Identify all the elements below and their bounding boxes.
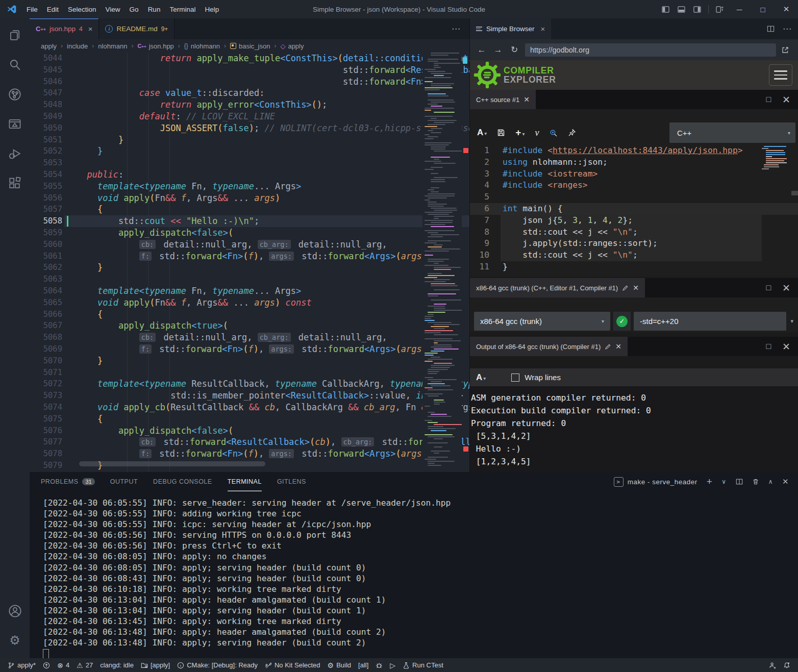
output-pane-tab[interactable]: Output of x86-64 gcc (trunk) (Compiler #… — [470, 337, 628, 356]
breadcrumb-item[interactable]: C++json.hpp — [137, 42, 173, 50]
toggle-panel-icon[interactable] — [678, 6, 685, 13]
tab-json-hpp[interactable]: C++ json.hpp 4 × — [30, 18, 99, 39]
save-icon[interactable] — [497, 129, 505, 137]
breadcrumb-item[interactable]: include — [67, 42, 88, 50]
breadcrumb-item[interactable]: ◇apply — [280, 42, 304, 50]
toggle-sidebar-icon[interactable] — [662, 6, 669, 13]
status-item-publish[interactable] — [39, 658, 54, 672]
menu-help[interactable]: Help — [200, 6, 223, 13]
close-icon[interactable]: ✕ — [523, 95, 530, 104]
menu-selection[interactable]: Selection — [63, 6, 101, 13]
vim-toggle-icon[interactable]: v — [535, 128, 539, 138]
status-item-4[interactable]: ⊗4 — [54, 658, 73, 672]
terminal-output[interactable]: [2022-04-30 06:05:55] INFO: serve_header… — [30, 491, 798, 659]
panel-tab-terminal[interactable]: TERMINAL — [228, 472, 262, 491]
language-select[interactable]: C++▾ — [669, 122, 795, 143]
maximize-pane-icon[interactable]: □ — [766, 283, 771, 292]
toggle-secondary-sidebar-icon[interactable] — [693, 6, 701, 13]
hamburger-menu-icon[interactable] — [769, 64, 792, 86]
tab-readme-md[interactable]: i README.md 9+ — [99, 18, 174, 39]
menu-terminal[interactable]: Terminal — [165, 6, 200, 13]
breadcrumb-item[interactable]: apply — [41, 42, 57, 50]
compiler-pane-tab[interactable]: x86-64 gcc (trunk) (C++, Editor #1, Comp… — [470, 278, 645, 297]
horizontal-scrollbar[interactable] — [79, 461, 265, 466]
menu-file[interactable]: File — [22, 6, 42, 13]
options-caret-icon[interactable]: ▾ — [789, 318, 794, 325]
status-item-clangd-idle[interactable]: clangd: idle — [96, 658, 137, 672]
breadcrumb[interactable]: apply›include›nlohmann›C++json.hpp›{}nlo… — [30, 39, 469, 53]
extensions-icon[interactable] — [3, 170, 27, 196]
maximize-pane-icon[interactable]: □ — [766, 95, 771, 104]
status-item-bell[interactable] — [780, 662, 794, 669]
status-item-all[interactable]: [all] — [355, 658, 372, 672]
reload-icon[interactable]: ↻ — [509, 44, 520, 55]
tab-close-icon[interactable]: × — [88, 24, 93, 33]
breadcrumb-item[interactable]: basic_json — [230, 42, 270, 50]
split-terminal-icon[interactable] — [736, 478, 743, 485]
status-item-no-kit-selected[interactable]: No Kit Selected — [261, 658, 324, 672]
tab-simple-browser[interactable]: Simple Browser × — [470, 18, 551, 39]
breadcrumb-item[interactable]: nlohmann — [98, 42, 127, 50]
compiler-select[interactable]: x86-64 gcc (trunk)▾ — [474, 312, 610, 331]
include-url-link[interactable]: https://localhost:8443/apply/json.hpp — [553, 145, 738, 155]
close-icon[interactable]: ✕ — [633, 284, 639, 292]
minimize-button[interactable]: ─ — [728, 0, 751, 18]
maximize-pane-icon[interactable]: □ — [766, 342, 771, 351]
editor-more-actions-icon[interactable]: ⋯ — [452, 18, 469, 39]
terminal-dropdown-icon[interactable]: ∨ — [721, 478, 726, 485]
panel-tab-debug-console[interactable]: DEBUG CONSOLE — [153, 472, 212, 491]
preview-window-icon[interactable] — [3, 111, 27, 137]
minimap[interactable] — [422, 53, 462, 472]
terminal-process-select[interactable]: > make - serve_header — [614, 477, 697, 487]
panel-tab-output[interactable]: OUTPUT — [110, 472, 138, 491]
explorer-icon[interactable] — [3, 22, 27, 48]
open-external-icon[interactable] — [781, 46, 792, 54]
settings-gear-icon[interactable]: ⚙ — [3, 628, 27, 653]
zoom-search-icon[interactable] — [549, 129, 558, 137]
ce-editor-scrollbar[interactable] — [791, 191, 798, 195]
rename-pane-icon[interactable] — [605, 343, 611, 350]
maximize-button[interactable]: □ — [751, 0, 775, 18]
code-editor[interactable]: 5044 return apply_make_tuple<ConstThis>(… — [30, 53, 469, 472]
status-item-person[interactable] — [765, 662, 780, 669]
panel-tab-problems[interactable]: PROBLEMS31 — [41, 472, 95, 491]
kill-terminal-icon[interactable] — [752, 478, 759, 485]
customize-layout-icon[interactable] — [716, 6, 724, 13]
font-size-button[interactable]: A▾ — [476, 372, 486, 383]
source-control-icon[interactable] — [3, 82, 27, 107]
menu-run[interactable]: Run — [143, 6, 165, 13]
search-icon[interactable] — [3, 52, 27, 78]
run-and-debug-icon[interactable] — [3, 141, 27, 166]
close-icon[interactable]: ✕ — [615, 342, 621, 351]
wrap-lines-checkbox[interactable] — [511, 374, 519, 382]
status-item-apply[interactable]: [apply] — [137, 658, 173, 672]
account-icon[interactable] — [3, 598, 27, 624]
ce-source-editor[interactable]: 1#include <https://localhost:8443/apply/… — [470, 144, 798, 277]
rename-pane-icon[interactable] — [622, 285, 629, 291]
status-item-cmake-debug-ready[interactable]: CMake: [Debug]: Ready — [173, 658, 261, 672]
status-item-run-ctest[interactable]: Run CTest — [399, 658, 447, 672]
add-pane-button[interactable]: +▾ — [515, 127, 525, 138]
font-size-button[interactable]: A▾ — [477, 128, 487, 138]
more-actions-icon[interactable]: ⋯ — [783, 23, 791, 34]
status-item-27[interactable]: ⚠27 — [73, 658, 96, 672]
close-button[interactable]: ✕ — [775, 0, 798, 18]
forward-icon[interactable]: → — [492, 45, 504, 55]
source-pane-tab[interactable]: C++ source #1 ✕ — [470, 90, 536, 109]
close-pane-icon[interactable]: ✕ — [782, 282, 790, 294]
breadcrumb-item[interactable]: {}nlohmann — [184, 42, 220, 50]
maximize-panel-icon[interactable]: ∧ — [768, 478, 773, 485]
pin-icon[interactable] — [568, 129, 576, 137]
new-terminal-icon[interactable]: + — [707, 476, 713, 487]
menu-view[interactable]: View — [101, 6, 125, 13]
status-item-apply[interactable]: apply* — [4, 658, 39, 672]
back-icon[interactable]: ← — [476, 45, 487, 55]
status-item-bug[interactable] — [372, 658, 386, 672]
status-item-play[interactable]: ▷ — [386, 658, 399, 672]
compiler-options-input[interactable]: -std=c++20 — [634, 312, 786, 331]
url-input[interactable]: https://godbolt.org — [525, 43, 776, 57]
status-item-build[interactable]: ⚙Build — [324, 658, 355, 672]
menu-edit[interactable]: Edit — [42, 6, 63, 13]
menu-go[interactable]: Go — [125, 6, 143, 13]
panel-tab-gitlens[interactable]: GITLENS — [277, 472, 306, 491]
